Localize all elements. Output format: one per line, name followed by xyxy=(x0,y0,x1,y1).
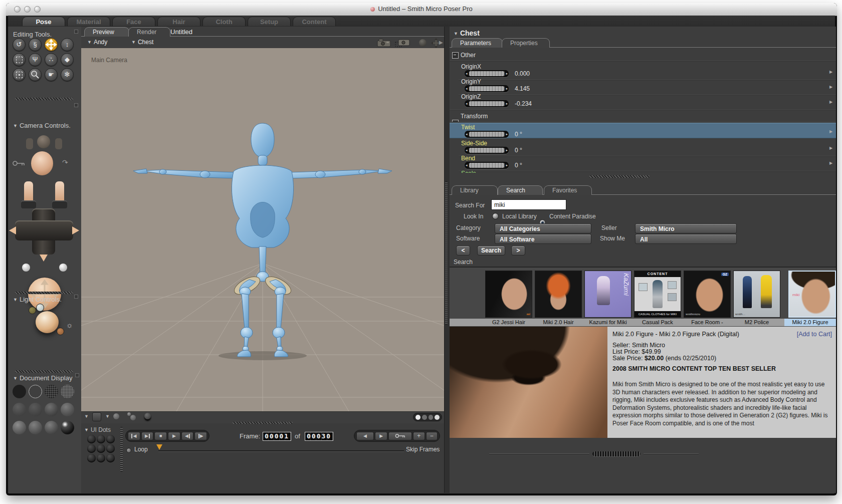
footer-disclosure-icon[interactable]: ▼ xyxy=(84,414,89,419)
bend-dial[interactable]: ◂▸ xyxy=(465,162,509,169)
body-part-dropdown[interactable]: ▼Chest xyxy=(131,39,153,46)
originz-dial[interactable]: ◂▸ xyxy=(465,100,509,107)
translate-in-out-tool-icon[interactable]: ↕ xyxy=(61,38,74,51)
param-menu-arrow-icon[interactable]: ▶ xyxy=(829,85,832,89)
tracking-mode-pills[interactable] xyxy=(413,413,442,421)
display-outline-icon[interactable] xyxy=(29,385,42,398)
panel-widget-icon[interactable] xyxy=(74,295,78,299)
result-label[interactable]: Face Room - xyxy=(684,319,731,326)
display-lit-wireframe-icon[interactable] xyxy=(13,403,26,416)
show-me-dropdown[interactable]: All xyxy=(635,234,737,244)
display-smooth-lined-icon[interactable] xyxy=(29,421,42,434)
param-value[interactable]: 4.145 xyxy=(515,85,530,92)
trackball-icon[interactable] xyxy=(28,278,61,311)
originx-dial[interactable]: ◂▸ xyxy=(465,70,509,77)
tab-content[interactable]: Content xyxy=(293,17,336,26)
param-value[interactable]: 0 ° xyxy=(515,147,522,154)
result-thumb-face-room[interactable]: smithmicro G2 xyxy=(684,271,731,318)
display-texture-shaded-icon[interactable] xyxy=(45,421,58,434)
ui-dot[interactable] xyxy=(97,444,105,453)
section-drag-handle[interactable] xyxy=(15,370,73,373)
footer-shadow-ball-icon[interactable] xyxy=(144,413,151,419)
rotate-tool-icon[interactable]: ↺ xyxy=(13,38,26,51)
display-cartoon-icon[interactable] xyxy=(61,403,74,416)
param-value[interactable]: 0 ° xyxy=(515,162,522,169)
next-key-button[interactable]: ▶ xyxy=(375,432,387,440)
panel-widget-icon[interactable] xyxy=(75,373,79,377)
color-tool-icon[interactable]: ◆ xyxy=(61,53,74,66)
tracking-dot-1[interactable] xyxy=(415,415,420,420)
footer-ball-pair-icon[interactable] xyxy=(130,415,136,420)
view-magnifier-tool-icon[interactable] xyxy=(29,68,42,81)
left-hand-icon[interactable] xyxy=(24,181,33,202)
tab-cloth[interactable]: Cloth xyxy=(202,17,246,26)
add-keyframe-button[interactable] xyxy=(388,432,412,440)
param-menu-arrow-icon[interactable]: ▶ xyxy=(829,161,832,165)
section-drag-handle[interactable] xyxy=(15,292,73,294)
andy-figure[interactable] xyxy=(81,48,444,411)
ui-dot[interactable] xyxy=(87,435,96,443)
local-library-label[interactable]: Local Library xyxy=(502,213,537,220)
display-flat-shaded-icon[interactable] xyxy=(29,403,42,416)
scale-tool-icon[interactable] xyxy=(13,53,26,66)
footer-square-button[interactable] xyxy=(92,412,101,421)
current-frame-counter[interactable]: 00001 xyxy=(263,432,291,441)
panel-drag-handle[interactable] xyxy=(589,175,650,178)
panel-resize-handle[interactable] xyxy=(445,181,448,325)
right-hand-camera-icon[interactable] xyxy=(55,138,62,149)
param-menu-arrow-icon[interactable]: ▶ xyxy=(829,100,832,104)
prev-page-button[interactable]: < xyxy=(456,245,470,256)
last-frame-button[interactable]: ▶ xyxy=(141,432,154,440)
step-back-button[interactable]: ◀ xyxy=(181,432,194,440)
pane-expand-arrow-icon[interactable]: ▶ xyxy=(439,40,443,45)
stop-button[interactable]: ■ xyxy=(154,432,167,440)
tab-render[interactable]: Render xyxy=(128,27,170,37)
display-smooth-shaded-icon[interactable] xyxy=(13,421,26,434)
param-value[interactable]: -0.234 xyxy=(515,100,532,107)
search-input[interactable] xyxy=(491,199,566,210)
result-thumb-miki-20-hair[interactable] xyxy=(535,271,582,318)
point-left-hand-icon[interactable] xyxy=(9,226,16,234)
footer-disclosure-icon[interactable]: ▼ xyxy=(105,414,110,419)
result-thumb-miki-20-figure[interactable]: miki xyxy=(788,271,836,318)
tab-pose[interactable]: Pose xyxy=(22,17,65,26)
twist-tool-icon[interactable]: § xyxy=(29,38,42,51)
light-1-dot[interactable] xyxy=(29,307,36,314)
ui-dot[interactable] xyxy=(87,454,96,462)
tab-properties[interactable]: Properties xyxy=(502,38,550,48)
result-thumb-g2-jessi-hair[interactable]: m⁞ xyxy=(485,271,532,318)
originy-dial[interactable]: ◂▸ xyxy=(465,85,509,92)
rotate-camera-icon[interactable]: ↷ xyxy=(62,158,68,166)
ui-dot[interactable] xyxy=(106,435,115,443)
param-menu-arrow-icon[interactable]: ▶ xyxy=(829,146,832,150)
ui-dots-grid[interactable] xyxy=(87,435,117,465)
panel-resize-grip[interactable] xyxy=(592,451,641,456)
head-camera-dark-icon[interactable] xyxy=(37,135,50,148)
tab-preview[interactable]: Preview xyxy=(84,27,129,37)
display-wireframe-icon[interactable] xyxy=(45,385,58,398)
result-label[interactable]: G2 Jessi Hair xyxy=(485,319,532,326)
panel-widget-icon[interactable] xyxy=(74,103,78,107)
prev-key-button[interactable]: ◀ xyxy=(356,432,374,440)
result-label[interactable]: Casual Pack xyxy=(634,319,681,326)
step-forward-button[interactable]: ▶ xyxy=(194,432,207,440)
footer-ball-small-icon[interactable] xyxy=(127,412,131,416)
translate-pull-tool-icon[interactable] xyxy=(45,38,58,51)
tab-material[interactable]: Material xyxy=(67,17,110,26)
display-flat-lined-icon[interactable] xyxy=(45,403,58,416)
light-3-dot[interactable] xyxy=(57,328,64,335)
category-dropdown[interactable]: All Categories xyxy=(495,223,591,233)
plus-button[interactable]: + xyxy=(413,432,425,440)
software-dropdown[interactable]: All Software xyxy=(495,234,591,244)
display-silhouette-icon[interactable] xyxy=(13,385,26,398)
point-right-hand-icon[interactable] xyxy=(72,226,79,234)
viewport-3d[interactable]: Main Camera xyxy=(81,48,444,411)
panel-widget-icon[interactable] xyxy=(74,30,78,34)
result-label[interactable]: Kazumi for Miki xyxy=(584,319,632,326)
param-menu-arrow-icon[interactable]: ▶ xyxy=(829,129,832,134)
content-paradise-label[interactable]: Content Paradise xyxy=(549,213,596,220)
tab-favorites[interactable]: Favorites xyxy=(544,185,592,195)
tab-hair[interactable]: Hair xyxy=(157,17,200,26)
parameters-header[interactable]: ▼Chest xyxy=(454,29,480,37)
display-shadow-icon[interactable] xyxy=(61,421,74,434)
